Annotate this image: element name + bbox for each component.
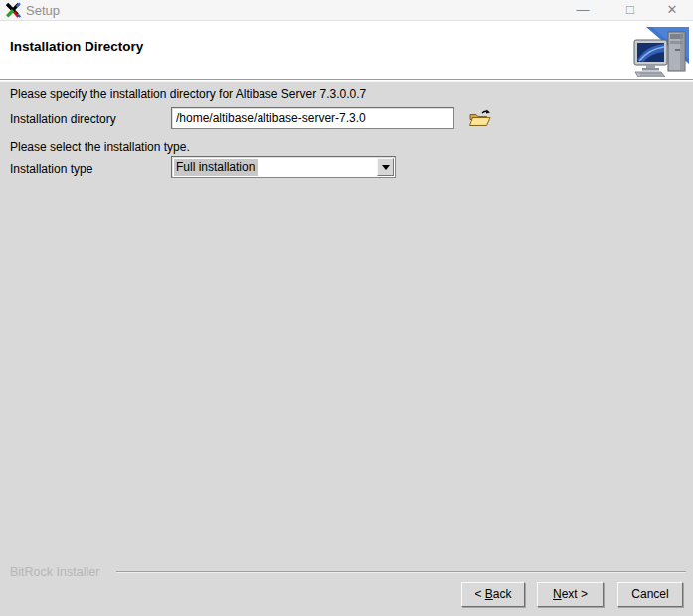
dropdown-arrow-button[interactable] bbox=[377, 158, 394, 176]
installer-brand: BitRock Installer bbox=[10, 565, 99, 579]
directory-label: Installation directory bbox=[10, 112, 116, 126]
computer-icon bbox=[633, 27, 689, 77]
next-accesskey: N bbox=[553, 587, 562, 601]
titlebar: Setup — □ ✕ bbox=[0, 0, 693, 21]
next-label-rest: ext > bbox=[562, 587, 588, 601]
cancel-button-label: Cancel bbox=[631, 587, 668, 601]
browse-folder-button[interactable] bbox=[466, 107, 492, 129]
wizard-header: Installation Directory bbox=[0, 22, 693, 80]
directory-prompt: Please specify the installation director… bbox=[10, 87, 366, 101]
x11-app-icon bbox=[5, 2, 21, 18]
next-button[interactable]: Next > bbox=[537, 582, 604, 607]
window-title: Setup bbox=[26, 0, 60, 21]
open-folder-icon bbox=[468, 116, 492, 131]
back-button-label: < bbox=[474, 587, 484, 601]
installation-type-select[interactable]: Full installation bbox=[171, 156, 396, 178]
type-prompt: Please select the installation type. bbox=[10, 140, 190, 154]
setup-window: Setup — □ ✕ Installation Directory bbox=[0, 0, 693, 616]
footer-divider bbox=[116, 571, 686, 573]
maximize-icon[interactable]: □ bbox=[615, 0, 645, 21]
type-label: Installation type bbox=[10, 162, 92, 176]
selected-installation-type: Full installation bbox=[174, 159, 258, 176]
installation-directory-input[interactable] bbox=[171, 107, 454, 129]
close-icon[interactable]: ✕ bbox=[657, 0, 687, 21]
back-button[interactable]: < Back bbox=[461, 582, 525, 607]
minimize-icon[interactable]: — bbox=[568, 0, 598, 21]
wizard-body: Please specify the installation director… bbox=[0, 81, 693, 616]
back-accesskey: B bbox=[485, 587, 493, 601]
cancel-button[interactable]: Cancel bbox=[617, 582, 683, 607]
chevron-down-icon bbox=[382, 165, 390, 170]
back-label-rest: ack bbox=[493, 587, 512, 601]
page-title: Installation Directory bbox=[10, 39, 143, 54]
